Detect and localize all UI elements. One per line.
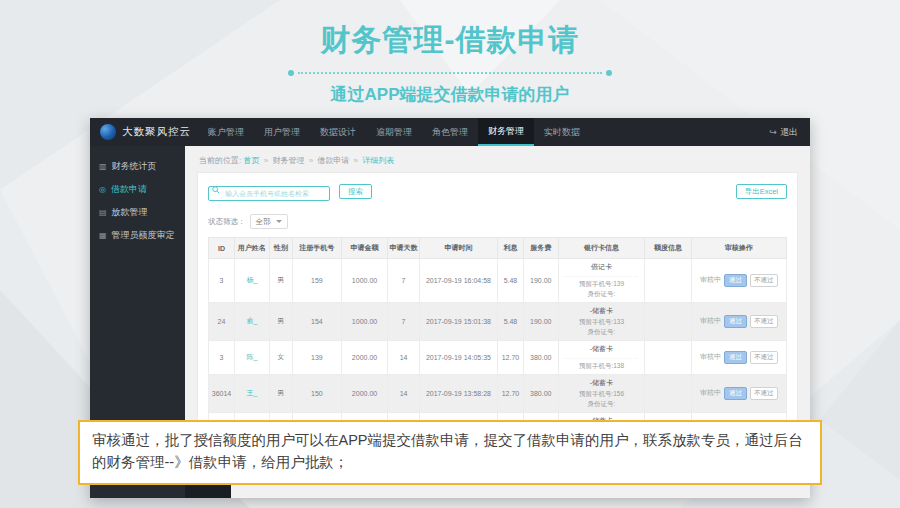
- page-title: 财务管理-借款申请: [0, 0, 900, 61]
- col-service-fee: 服务费: [523, 238, 558, 259]
- sidebar-item-disbursement[interactable]: ▤ 放款管理: [90, 201, 185, 224]
- col-id: ID: [209, 238, 235, 259]
- col-audit-actions: 审核操作: [691, 238, 786, 259]
- nav-item-realtime[interactable]: 实时数据: [534, 118, 590, 146]
- logout-button[interactable]: ↪ 退出: [769, 118, 810, 146]
- filter-row: 状态筛选： 全部: [208, 214, 787, 229]
- top-nav-items: 账户管理 用户管理 数据设计 逾期管理 角色管理 财务管理 实时数据: [198, 118, 590, 146]
- col-amount: 申请金额: [341, 238, 387, 259]
- audit-actions-cell: 审核中通过不通过: [691, 340, 786, 374]
- audit-actions-cell: 审核中通过不通过: [691, 374, 786, 412]
- status-badge: 审核中: [700, 317, 721, 324]
- status-filter-dropdown[interactable]: 全部: [250, 214, 288, 229]
- loan-application-table: ID 用户姓名 性别 注册手机号 申请金额 申请天数 申请时间 利息 服务费 银…: [208, 237, 787, 451]
- status-badge: 审核中: [700, 353, 721, 360]
- approve-button[interactable]: 通过: [724, 315, 747, 328]
- breadcrumb-separator: »: [354, 156, 358, 165]
- nav-item-overdue[interactable]: 逾期管理: [366, 118, 422, 146]
- title-divider: [288, 70, 612, 76]
- logout-label: 退出: [780, 126, 798, 139]
- reject-button[interactable]: 不通过: [750, 274, 778, 287]
- loan-application-icon: ◎: [99, 185, 106, 194]
- breadcrumb-loan[interactable]: 借款申请: [317, 156, 349, 165]
- sidebar-item-quota-approval[interactable]: ▦ 管理员额度审定: [90, 224, 185, 247]
- nav-item-accounts[interactable]: 账户管理: [198, 118, 254, 146]
- breadcrumb-separator: »: [264, 156, 268, 165]
- search-toolbar: 搜索 导出Excel: [208, 182, 787, 201]
- search-input[interactable]: [208, 186, 330, 201]
- breadcrumb-separator: »: [309, 156, 313, 165]
- reject-button[interactable]: 不通过: [750, 315, 778, 328]
- nav-item-roles[interactable]: 角色管理: [422, 118, 478, 146]
- breadcrumb-finance[interactable]: 财务管理: [272, 156, 304, 165]
- logout-icon: ↪: [769, 127, 777, 137]
- export-excel-button[interactable]: 导出Excel: [736, 184, 787, 199]
- reject-button[interactable]: 不通过: [750, 351, 778, 364]
- col-interest: 利息: [497, 238, 523, 259]
- divider-dotted-line: [298, 72, 602, 74]
- approve-button[interactable]: 通过: [724, 351, 747, 364]
- reject-button[interactable]: 不通过: [750, 387, 778, 400]
- user-name-link[interactable]: 杨_: [235, 259, 270, 303]
- col-apply-time: 申请时间: [419, 238, 497, 259]
- breadcrumb-detail-list: 详细列表: [362, 156, 394, 165]
- col-name: 用户姓名: [235, 238, 270, 259]
- nav-item-users[interactable]: 用户管理: [254, 118, 310, 146]
- chevron-down-icon: [276, 220, 282, 223]
- status-badge: 审核中: [700, 276, 721, 283]
- table-header-row: ID 用户姓名 性别 注册手机号 申请金额 申请天数 申请时间 利息 服务费 银…: [209, 238, 787, 259]
- col-phone: 注册手机号: [292, 238, 341, 259]
- logo-text: 大数聚风控云: [122, 125, 191, 139]
- bank-card-info: -储蓄卡 预留手机号:133 身份证号:: [558, 302, 645, 340]
- breadcrumb: 当前的位置: 首页 » 财务管理 » 借款申请 » 详细列表: [185, 146, 810, 172]
- bank-card-info: 借记卡 ···························· 预留手机号:1…: [558, 259, 645, 303]
- top-navbar: 大数聚风控云 账户管理 用户管理 数据设计 逾期管理 角色管理 财务管理 实时数…: [90, 118, 810, 146]
- breadcrumb-prefix: 当前的位置:: [199, 156, 241, 165]
- annotation-callout: 审核通过，批了授信额度的用户可以在APP端提交借款申请，提交了借款申请的用户，联…: [78, 420, 822, 485]
- user-name-link[interactable]: 王_: [235, 374, 270, 412]
- user-name-link[interactable]: 陈_: [235, 340, 270, 374]
- page-subtitle: 通过APP端提交借款申请的用户: [0, 83, 900, 106]
- logo-icon: [100, 124, 116, 140]
- filter-label: 状态筛选：: [208, 217, 246, 227]
- col-quota-info: 额度信息: [645, 238, 691, 259]
- bank-card-info: -储蓄卡 ···························· 预留手机号:…: [558, 340, 645, 374]
- search-button[interactable]: 搜索: [339, 184, 372, 199]
- approve-button[interactable]: 通过: [724, 274, 747, 287]
- quota-approval-icon: ▦: [99, 231, 107, 240]
- table-row: 3 陈_ 女 139 2000.00 14 2017-09-19 14:05:3…: [209, 340, 787, 374]
- search-icon: [212, 186, 220, 194]
- disbursement-icon: ▤: [99, 208, 107, 217]
- nav-item-data[interactable]: 数据设计: [310, 118, 366, 146]
- approve-button[interactable]: 通过: [724, 387, 747, 400]
- sidebar-item-finance-stats[interactable]: ▥ 财务统计页: [90, 155, 185, 178]
- table-row: 24 俞_ 男 154 1000.00 7 2017-09-19 15:01:3…: [209, 302, 787, 340]
- sidebar-item-loan-application[interactable]: ◎ 借款申请: [90, 178, 185, 201]
- col-gender: 性别: [269, 238, 292, 259]
- audit-actions-cell: 审核中通过不通过: [691, 302, 786, 340]
- breadcrumb-home[interactable]: 首页: [243, 156, 259, 165]
- status-badge: 审核中: [700, 389, 721, 396]
- nav-item-finance[interactable]: 财务管理: [478, 118, 534, 146]
- audit-actions-cell: 审核中通过不通过: [691, 259, 786, 303]
- col-bank-card: 银行卡信息: [558, 238, 645, 259]
- app-logo: 大数聚风控云: [90, 118, 198, 146]
- user-name-link[interactable]: 俞_: [235, 302, 270, 340]
- divider-dot-left: [288, 70, 294, 76]
- bank-card-info: -储蓄卡 预留手机号:156 身份证号:: [558, 374, 645, 412]
- stats-icon: ▥: [99, 162, 107, 171]
- col-days: 申请天数: [388, 238, 420, 259]
- table-row: 3 杨_ 男 159 1000.00 7 2017-09-19 16:04:58…: [209, 259, 787, 303]
- table-row: 36014 王_ 男 150 2000.00 14 2017-09-19 13:…: [209, 374, 787, 412]
- search-box: [208, 182, 330, 201]
- divider-dot-right: [606, 70, 612, 76]
